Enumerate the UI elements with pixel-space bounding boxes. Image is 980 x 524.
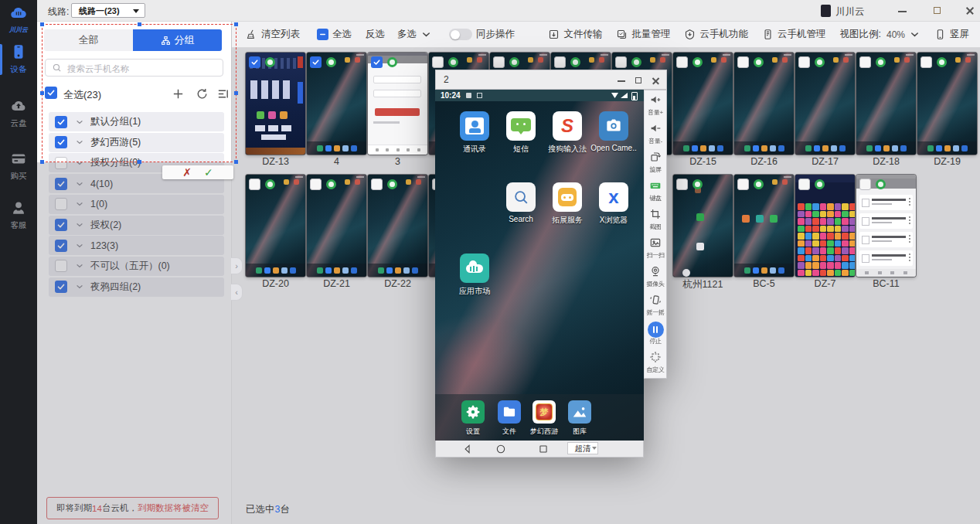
thumbnail-checkbox[interactable] [798, 179, 810, 190]
strip-keyboard-button[interactable]: 键盘 [645, 178, 666, 206]
strip-shake-button[interactable]: 摇一摇 [645, 292, 666, 320]
thumbnail-checkbox[interactable] [859, 56, 871, 68]
app-sms-icon[interactable] [506, 111, 536, 141]
group-row[interactable]: 夜鸦四组(2) [49, 277, 224, 297]
chevron-down-icon[interactable] [75, 282, 84, 291]
group-row[interactable]: 不可以（五开）(0) [49, 257, 224, 276]
group-checkbox[interactable] [55, 198, 67, 210]
device-thumbnail[interactable] [734, 53, 794, 155]
phone-maximize-button[interactable] [632, 74, 645, 87]
thumbnail-checkbox[interactable] [310, 179, 322, 190]
device-thumbnail[interactable] [795, 53, 855, 155]
portrait-button[interactable]: 竖屏 [934, 28, 969, 41]
sync-operation-toggle[interactable]: 同步操作 [449, 28, 515, 41]
thumbnail-checkbox[interactable] [737, 56, 749, 68]
sidebar-item-clouddisk[interactable]: 云盘 [0, 96, 37, 131]
phone-close-button[interactable] [649, 74, 662, 87]
capture-confirm-icon[interactable]: ✓ [204, 167, 213, 178]
multi-select-button[interactable]: 多选 [397, 28, 432, 41]
group-row[interactable]: 默认分组(1) [49, 112, 224, 131]
app-service-icon[interactable] [553, 182, 582, 212]
chevron-down-icon[interactable] [75, 117, 84, 127]
minimize-button[interactable] [897, 5, 909, 17]
view-scale-select[interactable]: 视图比例: 40% [839, 28, 920, 41]
file-transfer-button[interactable]: 文件传输 [548, 28, 602, 41]
group-checkbox[interactable] [55, 281, 67, 293]
dock-settings-icon[interactable] [461, 400, 485, 424]
panel-collapse-handle[interactable]: ‹ [231, 284, 243, 301]
group-row[interactable]: 123(3) [49, 236, 224, 255]
thumbnail-checkbox[interactable] [554, 56, 566, 68]
chevron-down-icon[interactable] [75, 199, 84, 209]
search-input[interactable] [66, 60, 219, 77]
chevron-down-icon[interactable] [75, 179, 84, 189]
strip-scan-button[interactable]: 扫一扫 [645, 235, 666, 263]
thumbnail-checkbox[interactable] [859, 179, 871, 190]
device-thumbnail[interactable] [795, 175, 855, 277]
device-thumbnail[interactable] [856, 175, 916, 277]
phone-screen[interactable]: 10:24 通讯录短信S搜狗输入法Open Came..Search拓展服务xX… [435, 90, 644, 441]
app-search-icon[interactable] [506, 182, 536, 212]
group-checkbox[interactable] [55, 219, 67, 231]
phone-manage-button[interactable]: 云手机管理 [762, 28, 826, 41]
chevron-down-icon[interactable] [75, 158, 84, 168]
thumbnail-checkbox[interactable] [493, 56, 505, 68]
quality-select[interactable]: 超清 [567, 442, 598, 454]
device-thumbnail[interactable] [307, 175, 366, 277]
strip-voldown-button[interactable]: 音量- [645, 121, 666, 148]
tab-all[interactable]: 全部 [44, 29, 133, 51]
chevron-down-icon[interactable] [75, 261, 84, 271]
group-checkbox[interactable] [55, 136, 67, 148]
thumbnail-checkbox[interactable] [310, 56, 322, 68]
device-thumbnail[interactable] [673, 175, 733, 277]
device-thumbnail[interactable] [307, 53, 366, 155]
device-thumbnail[interactable] [368, 175, 427, 277]
phone-window-titlebar[interactable]: 2 [435, 70, 667, 90]
dock-mhxy-icon[interactable]: 梦 [533, 400, 556, 424]
chevron-down-icon[interactable] [75, 138, 84, 147]
thumbnail-checkbox[interactable] [798, 56, 810, 68]
app-xbrowser-icon[interactable]: x [599, 182, 628, 212]
group-checkbox[interactable] [55, 260, 67, 272]
sidebar-item-service[interactable]: 客服 [0, 198, 37, 233]
app-camera-icon[interactable] [599, 111, 628, 141]
group-checkbox[interactable] [55, 116, 67, 128]
batch-manage-button[interactable]: 批量管理 [616, 28, 670, 41]
line-select-dropdown[interactable]: 线路一(23) [71, 3, 145, 18]
group-row[interactable]: 梦幻西游(5) [49, 133, 224, 152]
app-contacts-icon[interactable] [460, 111, 489, 141]
add-group-icon[interactable] [172, 87, 185, 100]
device-thumbnail[interactable] [734, 175, 794, 277]
thumbnail-checkbox[interactable] [371, 56, 383, 68]
device-thumbnail[interactable] [246, 53, 305, 155]
thumbnail-checkbox[interactable] [920, 56, 932, 68]
group-checkbox[interactable] [55, 178, 67, 190]
toggle-switch[interactable] [449, 29, 472, 40]
tab-group[interactable]: 分组 [133, 29, 222, 51]
invert-select-button[interactable]: 反选 [366, 28, 385, 41]
select-all-toggle[interactable]: 全选 [317, 28, 352, 41]
dock-gallery-icon[interactable] [568, 400, 591, 424]
group-row[interactable]: 1(0) [49, 195, 224, 214]
device-thumbnail[interactable] [856, 53, 916, 155]
device-thumbnail[interactable] [917, 53, 977, 155]
nav-home-button[interactable] [495, 444, 506, 454]
app-sogou-icon[interactable]: S [553, 111, 582, 141]
thumbnail-checkbox[interactable] [737, 179, 749, 190]
refresh-icon[interactable] [196, 87, 209, 100]
thumbnail-checkbox[interactable] [249, 56, 260, 68]
strip-custom-button[interactable]: 自定义 [645, 349, 666, 377]
group-checkbox[interactable] [55, 157, 67, 169]
device-thumbnail[interactable] [246, 175, 305, 277]
strip-volup-button[interactable]: 音量+ [645, 92, 666, 120]
maximize-button[interactable] [931, 5, 944, 17]
thumbnail-checkbox[interactable] [249, 179, 260, 190]
phone-minimize-button[interactable] [615, 74, 628, 87]
select-all-indeterminate-checkbox[interactable] [317, 29, 328, 40]
nav-recents-button[interactable] [538, 444, 549, 454]
close-button[interactable] [964, 5, 976, 17]
thumbnail-checkbox[interactable] [615, 56, 627, 68]
panel-expand-handle[interactable]: › [231, 257, 243, 274]
app-market-icon[interactable] [460, 253, 489, 283]
thumbnail-checkbox[interactable] [371, 179, 383, 190]
